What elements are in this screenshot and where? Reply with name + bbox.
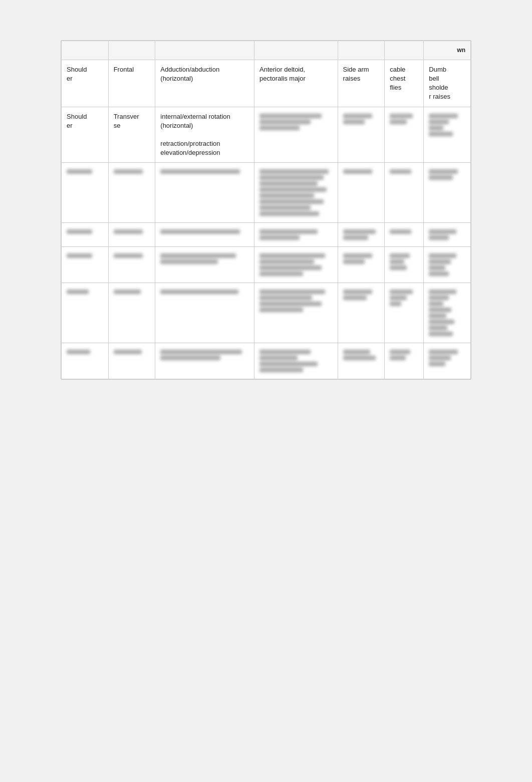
cell-dumb: Dumbbellsholder raises xyxy=(424,60,471,107)
cell-motion-blurred xyxy=(155,283,254,343)
cell-joint: Shoulder xyxy=(62,60,109,107)
cell-plane: Transverse xyxy=(108,107,155,163)
header-muscles xyxy=(254,41,338,60)
cell-muscles-blurred xyxy=(254,247,338,283)
cell-plane-blurred xyxy=(108,283,155,343)
cell-dumb-blurred xyxy=(424,223,471,247)
table-row xyxy=(62,343,471,379)
cell-raises-blurred xyxy=(338,107,385,163)
cell-motion-blurred xyxy=(155,163,254,223)
header-plane xyxy=(108,41,155,60)
cell-motion: Adduction/abduction(horizontal) xyxy=(155,60,254,107)
table-row: Shoulder Frontal Adduction/abduction(hor… xyxy=(62,60,471,107)
cell-dumb-blurred xyxy=(424,163,471,223)
table-row xyxy=(62,247,471,283)
cell-motion: internal/external rotation(horizontal)re… xyxy=(155,107,254,163)
cell-raises-blurred xyxy=(338,223,385,247)
exercise-table: wn Shoulder Frontal Adduction/abduction(… xyxy=(61,41,471,379)
table-row xyxy=(62,163,471,223)
cell-cable-blurred xyxy=(385,283,424,343)
table-row: Shoulder Transverse internal/external ro… xyxy=(62,107,471,163)
cell-plane-blurred xyxy=(108,163,155,223)
cell-motion-blurred xyxy=(155,343,254,379)
cell-muscles-blurred xyxy=(254,223,338,247)
header-raises xyxy=(338,41,385,60)
main-table-wrapper: wn Shoulder Frontal Adduction/abduction(… xyxy=(61,40,471,380)
cell-joint: Shoulder xyxy=(62,107,109,163)
cell-muscles-blurred xyxy=(254,283,338,343)
cell-dumb-blurred xyxy=(424,247,471,283)
cell-raises-blurred xyxy=(338,343,385,379)
cell-plane: Frontal xyxy=(108,60,155,107)
cell-cable: cablechestflies xyxy=(385,60,424,107)
cell-muscles-blurred xyxy=(254,163,338,223)
cell-raises-blurred xyxy=(338,247,385,283)
cell-cable-blurred xyxy=(385,247,424,283)
cell-muscles-blurred xyxy=(254,107,338,163)
cell-joint-blurred xyxy=(62,283,109,343)
header-motion xyxy=(155,41,254,60)
cell-raises: Side armraises xyxy=(338,60,385,107)
cell-plane-blurred xyxy=(108,343,155,379)
cell-dumb-blurred xyxy=(424,107,471,163)
cell-plane-blurred xyxy=(108,223,155,247)
cell-motion-blurred xyxy=(155,247,254,283)
cell-joint-blurred xyxy=(62,223,109,247)
header-dumb: wn xyxy=(424,41,471,60)
header-joint xyxy=(62,41,109,60)
cell-joint-blurred xyxy=(62,343,109,379)
cell-raises-blurred xyxy=(338,283,385,343)
cell-joint-blurred xyxy=(62,247,109,283)
cell-dumb-blurred xyxy=(424,343,471,379)
header-cable xyxy=(385,41,424,60)
cell-raises-blurred xyxy=(338,163,385,223)
cell-muscles-blurred xyxy=(254,343,338,379)
cell-cable-blurred xyxy=(385,223,424,247)
cell-muscles: Anterior deltoid,pectoralis major xyxy=(254,60,338,107)
cell-cable-blurred xyxy=(385,107,424,163)
cell-motion-blurred xyxy=(155,223,254,247)
table-row xyxy=(62,283,471,343)
cell-dumb-blurred xyxy=(424,283,471,343)
cell-cable-blurred xyxy=(385,343,424,379)
cell-joint-blurred xyxy=(62,163,109,223)
table-row xyxy=(62,223,471,247)
cell-plane-blurred xyxy=(108,247,155,283)
cell-cable-blurred xyxy=(385,163,424,223)
